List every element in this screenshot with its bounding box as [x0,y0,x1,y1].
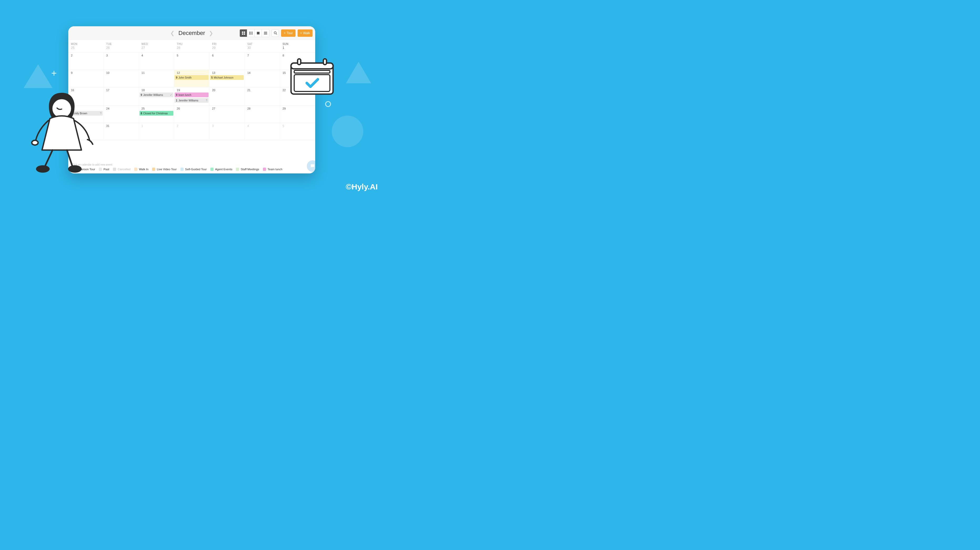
day-cell[interactable]: 24 [103,106,139,123]
bg-circle-filled [332,116,363,147]
svg-rect-2 [242,33,243,35]
day-date: 26 [103,46,139,52]
date-number: 2 [174,124,209,128]
svg-rect-16 [323,59,326,65]
day-cell[interactable]: 19 9 team lunch 1 Jennifer Williams ? [174,87,209,105]
square-icon [257,32,259,34]
svg-point-11 [274,32,276,34]
svg-rect-5 [251,32,251,35]
event-label: Michael Johnson [214,76,234,79]
legend-swatch [99,167,102,171]
svg-rect-0 [242,32,243,33]
event-count: 9 [176,76,178,79]
legend-swatch [263,167,266,171]
date-number: 9 [68,71,103,74]
day-cell[interactable]: 26 [174,106,209,123]
day-cell[interactable]: 12 9 John Smith [174,70,209,87]
bg-triangle-left [24,64,52,88]
legend-swatch [152,167,155,171]
event-jennifer-williams[interactable]: 9 Jennifer Williams ✓ [140,92,173,97]
date-number: 11 [139,71,174,74]
event-closed-christmas[interactable]: 8 Closed for Christmas [140,111,173,116]
date-number: 26 [174,107,209,110]
copyright: ©Hyly.AI [346,182,378,191]
date-number: 1 [139,124,174,128]
day-cell[interactable]: 28 [245,106,280,123]
date-number: 19 [174,89,209,92]
legend-item: Live Video Tour [152,167,177,171]
day-label: SAT [245,40,280,46]
date-number: 13 [209,71,244,74]
date-number: 12 [174,71,209,74]
svg-rect-8 [264,32,267,32]
day-cell[interactable]: 21 [245,87,280,105]
legend-label: Live Video Tour [157,167,177,171]
day-cell[interactable]: 13 5 Michael Johnson [209,70,245,87]
day-cell[interactable]: 31 [103,123,139,140]
event-john-smith[interactable]: 9 John Smith [175,75,208,80]
day-cell[interactable]: 4 [139,53,174,70]
tour-button-label: Tour [286,31,293,35]
legend-item: Cancelled [113,167,130,171]
view-switcher [240,29,269,37]
day-cell[interactable]: 1 [139,123,174,140]
event-jennifer-williams[interactable]: 1 Jennifer Williams ? [175,98,208,103]
event-label: team lunch [178,94,191,96]
day-cell[interactable]: 3 [209,123,245,140]
day-cell[interactable]: 20 [209,87,245,105]
day-cell[interactable]: 17 [103,87,139,105]
day-cell[interactable]: 14 [245,70,280,87]
day-cell[interactable]: 10 [103,70,139,87]
svg-rect-10 [264,34,267,34]
svg-rect-4 [249,32,250,35]
day-cell[interactable]: 2 [68,53,103,70]
day-cell[interactable]: 27 [209,106,245,123]
date-number: 17 [103,89,138,92]
bg-circle-outline [325,101,331,107]
day-cell[interactable]: 3 [103,53,139,70]
day-date: 28 [174,46,209,52]
day-cell[interactable]: 5 [174,53,209,70]
day-cell[interactable]: 6 [209,53,245,70]
view-grid-button[interactable] [240,29,247,37]
view-day-button[interactable] [255,29,262,37]
svg-rect-1 [244,32,245,33]
date-number: 8 [280,54,315,57]
view-list-button[interactable] [262,29,269,37]
day-cell[interactable]: 7 [245,53,280,70]
day-label: FRI [209,40,245,46]
day-cell[interactable]: 9 [68,70,103,87]
week-row: 16 17 18 9 Jennifer Williams ✓ 19 9 team… [68,87,315,106]
date-number: 24 [103,107,138,110]
event-michael-johnson[interactable]: 5 Michael Johnson [210,75,244,80]
question-icon: ? [100,112,102,115]
day-cell[interactable]: 18 9 Jennifer Williams ✓ [139,87,174,105]
svg-rect-9 [264,33,267,33]
day-cell[interactable]: 2 [174,123,209,140]
day-cell[interactable]: 11 [139,70,174,87]
legend-swatch [113,167,116,171]
legend-swatch [180,167,184,171]
legend-item: Past [99,167,109,171]
day-cell[interactable]: 5 [280,123,315,140]
day-cell[interactable]: 4 [245,123,280,140]
event-team-lunch[interactable]: 9 team lunch [175,92,208,97]
svg-rect-3 [244,33,245,35]
add-walk-button[interactable]: + Walk [298,29,313,37]
legend-label: Walk In [139,167,148,171]
view-columns-button[interactable] [247,29,255,37]
svg-point-20 [32,140,38,145]
event-count: 8 [141,112,142,115]
person-illustration [27,90,96,178]
add-tour-button[interactable]: + Tour [281,29,295,37]
calendar-check-illustration [288,57,336,97]
prev-month-button[interactable]: ❮ [170,30,175,36]
list-icon [264,32,267,34]
day-cell[interactable]: 25 8 Closed for Christmas [139,106,174,123]
day-header-row: MON25 TUE26 WED27 THU28 FRI29 SAT30 SUN1 [68,40,315,53]
event-count: 9 [176,94,178,96]
search-button[interactable] [272,29,279,37]
day-cell[interactable]: 29 [280,106,315,123]
next-month-button[interactable]: ❯ [209,30,213,36]
calendar-header: ❮ December ❯ [68,26,315,40]
